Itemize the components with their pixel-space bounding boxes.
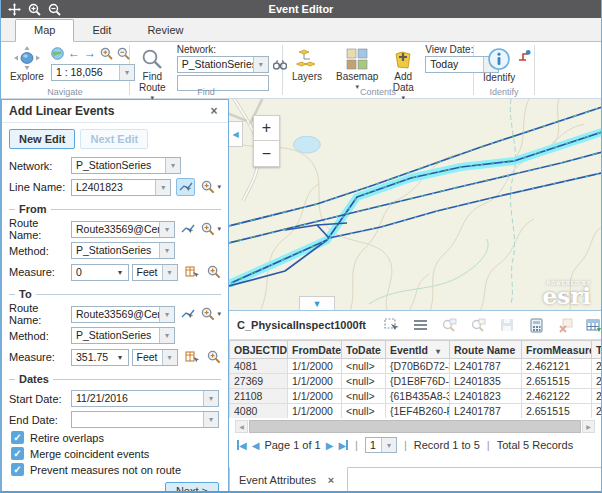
- switch-to-table-icon[interactable]: [586, 317, 602, 333]
- basemap-button[interactable]: Basemap ▾: [333, 47, 381, 92]
- page-number-combobox[interactable]: 1: [365, 437, 397, 453]
- from-zoom-to-route-icon[interactable]: ▾: [201, 222, 221, 236]
- from-pick-measure-icon[interactable]: [183, 263, 202, 281]
- to-pick-measure-icon[interactable]: [183, 348, 202, 366]
- map-zoom-in-button[interactable]: +: [253, 115, 280, 141]
- identify-label: Identify: [483, 72, 515, 83]
- zoom-options-dropdown-icon[interactable]: ▾: [217, 310, 221, 318]
- table-horizontal-scrollbar[interactable]: ◀ ▶: [235, 420, 595, 433]
- zoom-options-dropdown-icon[interactable]: ▾: [217, 183, 221, 191]
- next-edit-button[interactable]: Next Edit: [80, 129, 148, 149]
- network-combobox[interactable]: P_StationSeries: [177, 56, 269, 73]
- next-button[interactable]: Next >: [165, 482, 219, 492]
- to-method-combobox[interactable]: P_StationSeries: [71, 327, 175, 344]
- to-route-name-label: Route Name:: [9, 302, 71, 326]
- network-value: P_StationSeries: [178, 57, 253, 72]
- tab-close-icon[interactable]: [324, 474, 338, 486]
- identify-route-icon[interactable]: [518, 49, 531, 62]
- tab-review[interactable]: Review: [129, 20, 201, 41]
- next-page-button[interactable]: [326, 439, 334, 451]
- network-field-combobox[interactable]: P_StationSeries: [71, 157, 181, 174]
- table-row[interactable]: 211081/1/2000<null>{61B435A8-3L24018232.…: [230, 389, 602, 404]
- table-row[interactable]: 40811/1/2000<null>{D70B6D72-3L24017872.4…: [230, 359, 602, 374]
- group-contents: Layers Basemap ▾ Add Data ▾ View Date: T…: [283, 42, 473, 98]
- col-fromdate[interactable]: FromDate: [288, 341, 342, 359]
- scrollbar-thumb[interactable]: [249, 420, 581, 433]
- end-date-label: End Date:: [9, 414, 71, 426]
- from-method-combobox[interactable]: P_StationSeries: [71, 242, 175, 259]
- calculator-icon[interactable]: [528, 317, 544, 333]
- to-zoom-to-route-icon[interactable]: ▾: [201, 307, 221, 321]
- scale-value: 1 : 18,056: [52, 65, 119, 80]
- map-zoom-out-button[interactable]: −: [253, 141, 280, 167]
- col-objectid[interactable]: OBJECTID: [230, 341, 288, 359]
- zoom-in-tool-icon[interactable]: [100, 47, 113, 60]
- scroll-left-icon[interactable]: ◀: [235, 420, 248, 433]
- zoom-to-selected-icon[interactable]: [441, 317, 457, 333]
- from-zoom-to-measure-icon[interactable]: [207, 265, 221, 279]
- select-features-icon[interactable]: [383, 317, 399, 333]
- map-view[interactable]: + − POWERED BY esri: [229, 99, 601, 310]
- dropdown-icon: [159, 243, 174, 258]
- col-frommeasure[interactable]: FromMeasure: [522, 341, 592, 359]
- tab-event-attributes[interactable]: Event Attributes: [229, 467, 348, 492]
- next-extent-icon[interactable]: →: [84, 47, 96, 59]
- from-measure-combobox[interactable]: 0: [71, 264, 129, 281]
- collapse-panel-left-button[interactable]: [229, 121, 243, 147]
- end-date-combobox[interactable]: [71, 411, 219, 428]
- dropdown-icon: [159, 307, 174, 322]
- identify-button[interactable]: Identify: [480, 46, 518, 84]
- dropdown-icon: [113, 265, 128, 280]
- last-page-button[interactable]: [338, 439, 348, 451]
- explore-button[interactable]: Explore: [7, 45, 47, 83]
- to-select-route-on-map-icon[interactable]: [180, 305, 195, 323]
- col-tomeasure[interactable]: ToMeasure: [592, 341, 602, 359]
- table-row[interactable]: 273691/1/2000<null>{D1E8F76D-FL24018352.…: [230, 374, 602, 389]
- group-identify-label: Identify: [474, 87, 534, 97]
- previous-page-button[interactable]: [252, 439, 260, 451]
- table-row[interactable]: 40801/1/2000<null>{1EF4B260-FL24017872.6…: [230, 404, 602, 419]
- retire-overlaps-checkbox[interactable]: Retire overlaps: [11, 431, 219, 444]
- tab-map[interactable]: Map: [15, 19, 74, 42]
- to-unit-combobox[interactable]: Feet: [132, 349, 178, 366]
- sort-descending-icon: [436, 344, 440, 356]
- to-zoom-to-measure-icon[interactable]: [207, 350, 221, 364]
- collapse-table-button[interactable]: [299, 296, 335, 310]
- layers-button[interactable]: Layers: [289, 47, 325, 83]
- previous-extent-icon[interactable]: ←: [68, 47, 80, 59]
- col-route-name[interactable]: Route Name: [450, 341, 522, 359]
- select-line-on-map-icon[interactable]: [176, 178, 195, 196]
- col-todate[interactable]: ToDate: [342, 341, 386, 359]
- delete-selected-icon[interactable]: [557, 317, 573, 333]
- first-page-button[interactable]: [237, 439, 247, 451]
- start-date-combobox[interactable]: 11/21/2016: [71, 390, 219, 407]
- show-all-records-icon[interactable]: [412, 317, 428, 333]
- dropdown-icon: [159, 222, 174, 237]
- ribbon-divider: [534, 45, 535, 95]
- esri-logo: POWERED BY esri: [543, 280, 591, 306]
- scale-combobox[interactable]: 1 : 18,056: [51, 64, 135, 81]
- from-route-name-combobox[interactable]: Route33569@Cent: [71, 221, 175, 238]
- ribbon: Explore ← → 1 : 18,056: [1, 42, 601, 99]
- new-edit-button[interactable]: New Edit: [9, 129, 75, 149]
- to-measure-combobox[interactable]: 351.75: [71, 349, 129, 366]
- zoom-to-line-icon[interactable]: ▾: [201, 180, 221, 194]
- from-measure-label: Measure:: [9, 266, 71, 278]
- zoom-options-dropdown-icon[interactable]: ▾: [217, 225, 221, 233]
- line-name-combobox[interactable]: L2401823: [71, 179, 171, 196]
- save-icon[interactable]: [499, 317, 515, 333]
- merge-coincident-events-checkbox[interactable]: Merge coincident events: [11, 447, 219, 460]
- prevent-measures-checkbox[interactable]: Prevent measures not on route: [11, 463, 219, 476]
- map-zoom-control: + −: [253, 115, 280, 167]
- from-section-header: From: [9, 203, 221, 215]
- to-route-name-combobox[interactable]: Route33569@Cent: [71, 306, 175, 323]
- from-select-route-on-map-icon[interactable]: [180, 220, 195, 238]
- pan-to-selected-icon[interactable]: [470, 317, 486, 333]
- tab-edit[interactable]: Edit: [74, 20, 129, 41]
- zoom-out-tool-icon[interactable]: [117, 47, 130, 60]
- from-unit-combobox[interactable]: Feet: [132, 264, 178, 281]
- scroll-right-icon[interactable]: ▶: [582, 420, 595, 433]
- col-eventid[interactable]: EventId: [386, 341, 450, 359]
- globe-icon[interactable]: [51, 47, 64, 60]
- panel-close-icon[interactable]: [207, 104, 221, 118]
